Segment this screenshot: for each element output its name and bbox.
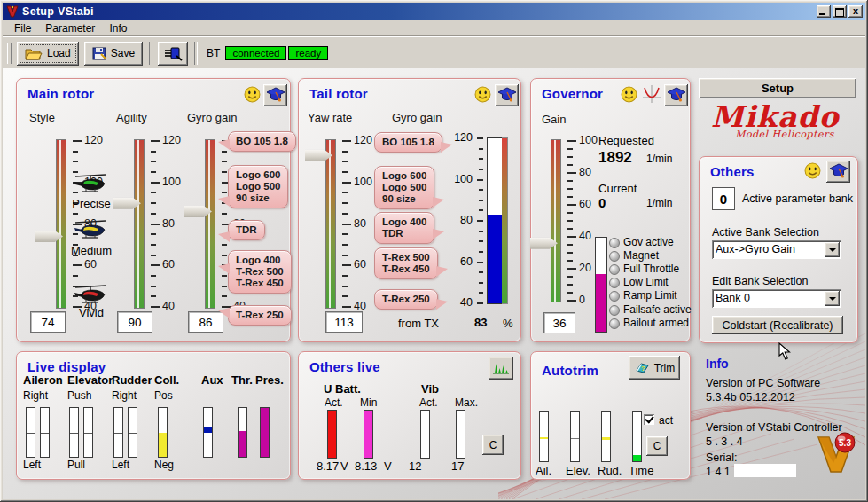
level-bar xyxy=(632,411,642,462)
gain-label: Gain xyxy=(542,113,566,126)
toolbar-grip[interactable] xyxy=(7,43,12,64)
tick-mark xyxy=(567,228,573,230)
helicopter-icon xyxy=(72,173,107,194)
book-help-icon: ? xyxy=(634,361,650,375)
level-bar xyxy=(40,407,50,458)
act-checkbox[interactable] xyxy=(644,414,654,425)
level-bar xyxy=(539,411,549,462)
slider-track[interactable] xyxy=(134,139,145,309)
histogram-button[interactable] xyxy=(489,357,513,380)
channel-top-label: Push xyxy=(67,389,91,402)
tick-mark xyxy=(477,220,483,222)
gauge-unit: V xyxy=(340,459,348,473)
tick-mark xyxy=(151,182,160,184)
callout-bubble: Logo 400T-Rex 500T-Rex 450 xyxy=(228,250,292,294)
tick-mark xyxy=(479,169,483,170)
main-rotor-panel: Main rotor Style Agility Gyro gain 12010… xyxy=(16,78,291,342)
setup-button[interactable]: Setup xyxy=(699,78,856,98)
slider-track[interactable] xyxy=(56,139,66,309)
coldstart-button[interactable]: Coldstart (Recalibrate) xyxy=(712,316,843,334)
gauge-label: Act. xyxy=(325,396,343,409)
close-button[interactable]: x xyxy=(848,5,863,18)
minimize-button[interactable] xyxy=(817,5,831,18)
tick-mark xyxy=(567,140,576,142)
tick-mark xyxy=(342,161,348,162)
governor-gain-value[interactable]: 36 xyxy=(543,312,575,333)
combo-dropdown-button[interactable] xyxy=(825,291,840,306)
gauge-value: 17 xyxy=(451,459,464,473)
tick-label: 100 xyxy=(162,176,181,188)
tick-label: 40 xyxy=(162,300,175,312)
status-led-label: Gov active xyxy=(623,236,674,248)
tick-mark xyxy=(567,300,576,302)
channel-name: Aileron xyxy=(23,373,63,387)
agility-label: Agility xyxy=(116,111,147,124)
slider-track[interactable] xyxy=(325,139,336,309)
tick-mark xyxy=(342,264,351,266)
status-led-label: Bailout armed xyxy=(623,317,689,329)
yaw-rate-value[interactable]: 113 xyxy=(325,311,363,333)
others-panel: Others 0 Active parameter bank Active Ba… xyxy=(699,156,858,343)
level-bar-fill xyxy=(602,437,610,440)
tick-mark xyxy=(567,252,573,254)
style-value[interactable]: 74 xyxy=(30,311,66,333)
tick-label: 60 xyxy=(84,259,97,271)
menu-file[interactable]: File xyxy=(7,20,38,36)
help-cap-button[interactable] xyxy=(826,161,850,183)
save-button[interactable]: Save xyxy=(84,42,143,66)
callout-tail xyxy=(436,266,448,277)
status-led xyxy=(609,318,620,329)
level-bar xyxy=(456,410,465,459)
maximize-button[interactable] xyxy=(833,5,847,18)
level-bar-fill xyxy=(364,411,372,458)
current-value: 0 xyxy=(598,195,606,210)
agility-value[interactable]: 90 xyxy=(117,311,152,333)
tick-mark xyxy=(477,262,483,263)
chevron-down-icon xyxy=(829,248,836,252)
tick-mark xyxy=(477,137,483,139)
tick-mark xyxy=(222,171,227,173)
edit-bank-selection-combo[interactable]: Bank 0 xyxy=(712,289,841,308)
gauge-fill xyxy=(488,215,502,303)
center-line xyxy=(114,433,122,434)
slider-track[interactable] xyxy=(205,139,215,309)
help-cap-button[interactable] xyxy=(664,84,688,106)
requested-value: 1892 xyxy=(598,149,632,167)
bt-label: BT xyxy=(207,47,220,59)
active-bank-selection-label: Active Bank Selection xyxy=(712,226,819,239)
menu-info[interactable]: Info xyxy=(102,20,134,36)
mikado-logo: Mikado Model Helicopters xyxy=(711,102,858,140)
folder-open-icon xyxy=(25,47,43,60)
combo-dropdown-button[interactable] xyxy=(825,242,840,257)
tick-mark xyxy=(222,286,227,287)
callout-tail xyxy=(218,263,230,274)
gauge-label: Min xyxy=(360,396,377,409)
tick-mark xyxy=(479,200,483,201)
channel-top-label: Pos xyxy=(154,389,173,402)
channel-name: Coll. xyxy=(154,373,179,387)
tick-mark xyxy=(222,151,227,153)
trim-button[interactable]: ? Trim xyxy=(629,356,680,380)
svg-text:?: ? xyxy=(641,364,645,372)
level-bar-fill xyxy=(540,437,548,439)
level-bar xyxy=(260,407,270,458)
level-bar xyxy=(113,407,123,458)
tick-mark xyxy=(151,286,156,287)
slider-track[interactable] xyxy=(551,139,561,302)
help-cap-button[interactable] xyxy=(263,84,287,106)
tick-mark xyxy=(151,161,156,162)
channel-bottom-label: Neg xyxy=(154,459,174,471)
tick-mark xyxy=(477,179,483,181)
load-button[interactable]: Load xyxy=(17,42,79,66)
callout-bubble: T-Rex 250 xyxy=(228,305,292,326)
menu-parameter[interactable]: Parameter xyxy=(38,20,102,36)
graduation-cap-icon xyxy=(667,87,686,104)
help-cap-button[interactable] xyxy=(495,84,519,106)
clear-button[interactable]: C xyxy=(646,436,668,456)
connect-button[interactable] xyxy=(158,42,188,66)
tick-mark xyxy=(342,202,348,204)
clear-button[interactable]: C xyxy=(482,435,504,455)
callout-tail xyxy=(441,142,452,153)
active-bank-selection-combo[interactable]: Aux->Gyro Gain xyxy=(712,240,841,259)
tick-mark xyxy=(73,161,78,162)
